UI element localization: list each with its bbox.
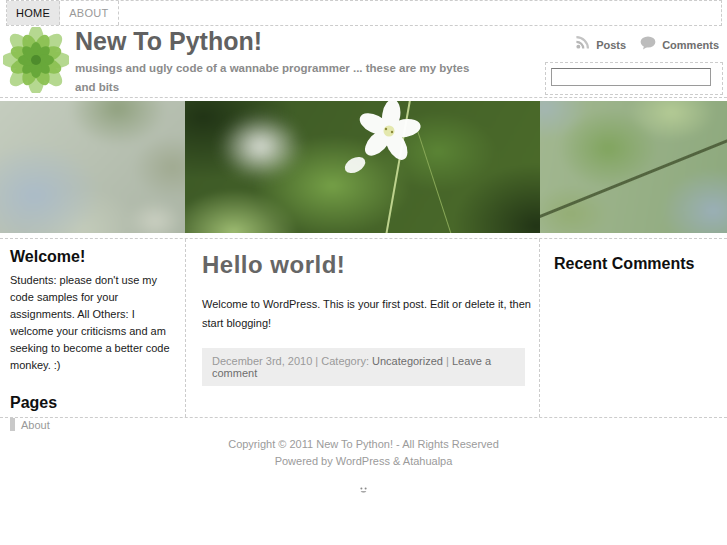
stats-smiley-icon	[359, 482, 368, 499]
header-image-strip	[0, 101, 727, 233]
welcome-widget-title: Welcome!	[10, 248, 175, 266]
site-tagline: musings and ugly code of a wannabe progr…	[75, 59, 475, 96]
post-meta-bar: December 3rd, 2010 | Category: Uncategor…	[202, 348, 525, 386]
main-column: Hello world! Welcome to WordPress. This …	[185, 239, 540, 417]
site-branding: New To Python! musings and ugly code of …	[75, 28, 495, 96]
post-body: Welcome to WordPress. This is your first…	[202, 295, 532, 334]
sidebar-item-about[interactable]: About	[10, 418, 175, 431]
welcome-widget-text: Students: please don't use my code sampl…	[10, 272, 175, 374]
comments-feed-link[interactable]: Comments	[662, 39, 719, 51]
nav-tab-home[interactable]: HOME	[7, 1, 60, 25]
site-logo-flower-icon	[3, 27, 69, 93]
left-sidebar: Welcome! Students: please don't use my c…	[0, 239, 185, 417]
header-divider	[0, 97, 727, 98]
right-sidebar: Recent Comments	[540, 239, 727, 417]
meta-separator: |	[446, 355, 449, 367]
content-row: Welcome! Students: please don't use my c…	[0, 238, 727, 418]
powered-by-text: Powered by WordPress & Atahualpa	[0, 453, 727, 470]
header-photo-white-blossom	[185, 101, 540, 233]
category-label: Category:	[321, 355, 369, 367]
list-bullet-icon	[10, 418, 15, 431]
page-link-label: About	[21, 419, 50, 431]
top-navigation: HOME ABOUT	[6, 0, 722, 26]
comments-bubble-icon	[640, 36, 656, 54]
post-title[interactable]: Hello world!	[202, 251, 523, 279]
rss-icon	[575, 35, 590, 54]
header-photo-leafy-branch	[540, 101, 727, 233]
copyright-text: Copyright © 2011 New To Python! - All Ri…	[0, 436, 727, 453]
feed-links: Posts Comments	[575, 35, 719, 54]
footer: Copyright © 2011 New To Python! - All Ri…	[0, 436, 727, 499]
header-photo-hazy-plants	[0, 101, 185, 233]
white-flower	[337, 101, 433, 188]
recent-comments-title: Recent Comments	[554, 255, 713, 273]
pages-widget-title: Pages	[10, 394, 175, 412]
search-input[interactable]	[551, 68, 711, 86]
post-date: December 3rd, 2010	[212, 355, 312, 367]
meta-separator: |	[315, 355, 318, 367]
blurred-flower-highlight	[213, 109, 308, 184]
blog-page: HOME ABOUT	[0, 0, 727, 545]
posts-feed-link[interactable]: Posts	[596, 39, 626, 51]
category-link[interactable]: Uncategorized	[372, 355, 443, 367]
site-title[interactable]: New To Python!	[75, 28, 495, 54]
search-widget	[545, 62, 723, 95]
nav-tab-about[interactable]: ABOUT	[60, 1, 118, 25]
